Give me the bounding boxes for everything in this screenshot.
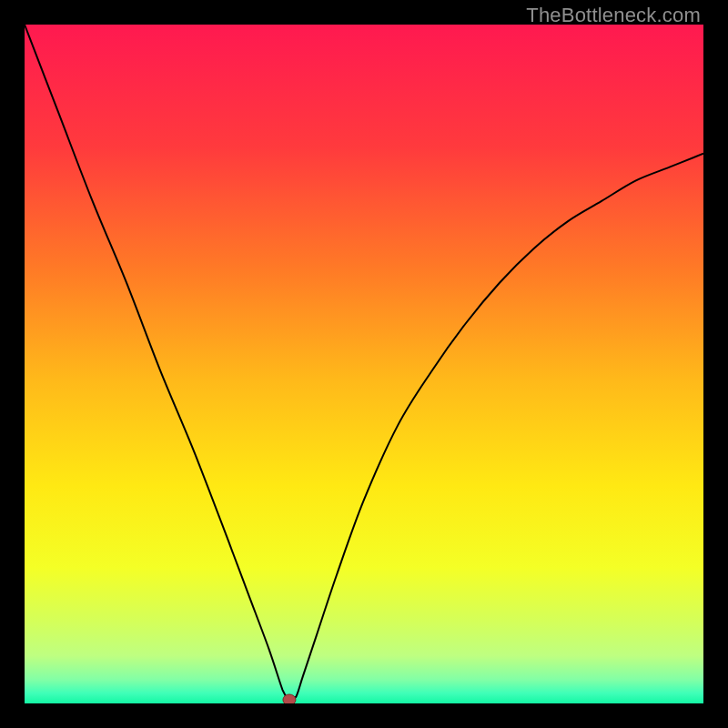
optimal-point-marker — [283, 694, 296, 703]
chart-frame: TheBottleneck.com — [0, 0, 728, 728]
gradient-background — [25, 25, 703, 703]
plot-area — [25, 25, 703, 703]
plot-svg — [25, 25, 703, 703]
